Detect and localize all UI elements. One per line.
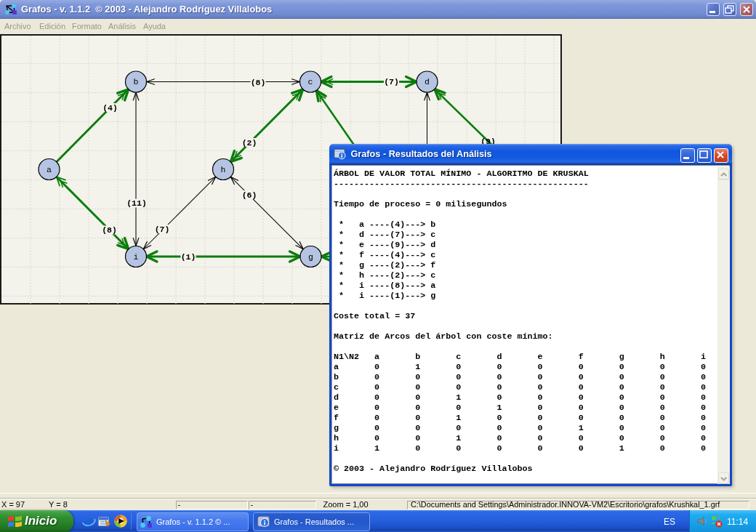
- svg-text:i: i: [134, 252, 139, 262]
- svg-text:a: a: [47, 165, 52, 174]
- svg-text:g: g: [308, 252, 313, 262]
- svg-text:(7): (7): [384, 77, 399, 86]
- svg-text:(7): (7): [155, 225, 170, 234]
- svg-text:c: c: [308, 77, 313, 86]
- svg-text:e: e: [85, 514, 92, 530]
- svg-text:h: h: [221, 165, 226, 174]
- svg-text:(11): (11): [126, 198, 147, 208]
- svg-text:b: b: [134, 77, 139, 86]
- svg-text:(8): (8): [251, 78, 266, 87]
- svg-text:(8): (8): [102, 225, 117, 235]
- svg-text:(2): (2): [242, 138, 257, 148]
- svg-text:(4): (4): [102, 103, 118, 113]
- svg-text:d: d: [425, 77, 430, 86]
- svg-text:(1): (1): [181, 252, 196, 262]
- svg-text:(6): (6): [242, 190, 257, 200]
